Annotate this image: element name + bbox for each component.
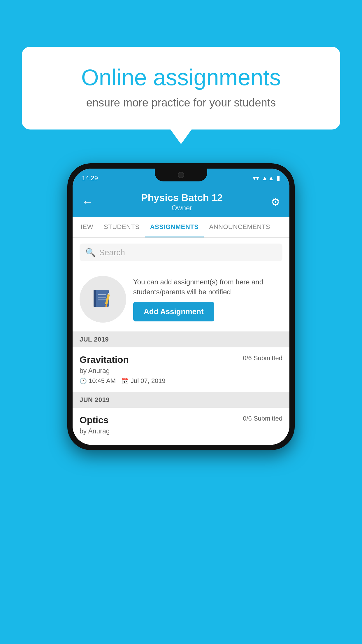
assignment-name: Gravitation xyxy=(80,354,129,365)
tabs-bar: IEW STUDENTS ASSIGNMENTS ANNOUNCEMENTS xyxy=(73,217,289,238)
assignment-by-optics: by Anurag xyxy=(80,427,282,435)
status-time: 14:29 xyxy=(82,174,98,182)
promo-icon-circle xyxy=(80,276,126,323)
assignment-name-optics: Optics xyxy=(80,415,109,426)
promo-section: You can add assignment(s) from here and … xyxy=(73,267,289,332)
assignment-meta: 🕐 10:45 AM 📅 Jul 07, 2019 xyxy=(80,377,282,385)
month-separator-jul: JUL 2019 xyxy=(73,332,289,347)
month-separator-jun: JUN 2019 xyxy=(73,392,289,408)
speech-bubble-title: Online assignments xyxy=(42,64,320,91)
settings-icon[interactable]: ⚙ xyxy=(268,194,282,211)
wifi-icon: ▾▾ xyxy=(253,174,259,182)
svg-rect-1 xyxy=(94,290,96,307)
add-assignment-button[interactable]: Add Assignment xyxy=(133,302,214,321)
tab-announcements[interactable]: ANNOUNCEMENTS xyxy=(204,217,275,237)
battery-icon: ▮ xyxy=(277,174,280,182)
assignment-item-gravitation[interactable]: Gravitation 0/6 Submitted by Anurag 🕐 10… xyxy=(73,347,289,392)
search-container: 🔍 Search xyxy=(73,238,289,267)
search-bar[interactable]: 🔍 Search xyxy=(80,244,282,261)
speech-bubble: Online assignments ensure more practice … xyxy=(22,47,340,130)
notebook-icon xyxy=(91,288,115,311)
tab-iew[interactable]: IEW xyxy=(75,217,99,237)
speech-bubble-container: Online assignments ensure more practice … xyxy=(22,47,340,130)
assignment-item-optics[interactable]: Optics 0/6 Submitted by Anurag xyxy=(73,408,289,445)
batch-subtitle: Owner xyxy=(95,204,268,212)
header-center: Physics Batch 12 Owner xyxy=(95,192,268,212)
search-placeholder: Search xyxy=(99,248,125,257)
search-icon: 🔍 xyxy=(85,248,96,257)
tab-students[interactable]: STUDENTS xyxy=(99,217,145,237)
signal-icon: ▲▲ xyxy=(261,174,274,182)
app-header: ← Physics Batch 12 Owner ⚙ xyxy=(73,187,289,217)
phone-screen: 14:29 ▾▾ ▲▲ ▮ ← Physics Batch 12 Owner ⚙… xyxy=(73,169,289,445)
clock-icon: 🕐 xyxy=(80,377,87,384)
assignment-date: 📅 Jul 07, 2019 xyxy=(122,377,166,385)
phone-container: 14:29 ▾▾ ▲▲ ▮ ← Physics Batch 12 Owner ⚙… xyxy=(67,163,295,450)
assignment-top-row-optics: Optics 0/6 Submitted xyxy=(80,415,282,426)
tab-assignments[interactable]: ASSIGNMENTS xyxy=(145,217,204,237)
phone-outer: 14:29 ▾▾ ▲▲ ▮ ← Physics Batch 12 Owner ⚙… xyxy=(67,163,295,450)
promo-text: You can add assignment(s) from here and … xyxy=(133,277,282,297)
calendar-icon: 📅 xyxy=(122,377,129,384)
assignment-submitted: 0/6 Submitted xyxy=(243,354,282,362)
batch-title: Physics Batch 12 xyxy=(95,192,268,203)
phone-camera xyxy=(178,172,184,178)
status-icons: ▾▾ ▲▲ ▮ xyxy=(253,174,280,182)
assignment-top-row: Gravitation 0/6 Submitted xyxy=(80,354,282,365)
phone-notch xyxy=(155,169,207,181)
back-button[interactable]: ← xyxy=(80,193,95,211)
assignment-by: by Anurag xyxy=(80,367,282,375)
assignment-time: 🕐 10:45 AM xyxy=(80,377,116,385)
assignment-submitted-optics: 0/6 Submitted xyxy=(243,415,282,422)
speech-bubble-subtitle: ensure more practice for your students xyxy=(42,97,320,109)
promo-content: You can add assignment(s) from here and … xyxy=(133,277,282,321)
